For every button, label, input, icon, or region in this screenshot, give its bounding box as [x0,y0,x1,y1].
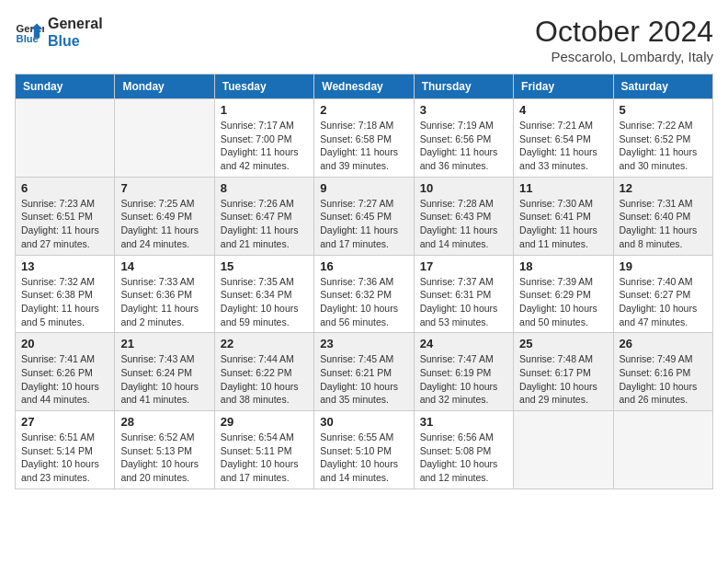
calendar-cell: 3Sunrise: 7:19 AMSunset: 6:56 PMDaylight… [414,99,513,178]
calendar-cell: 5Sunrise: 7:22 AMSunset: 6:52 PMDaylight… [613,99,712,178]
day-number: 7 [120,181,208,195]
day-info: Sunrise: 7:25 AMSunset: 6:49 PMDaylight:… [120,197,208,251]
calendar-cell: 27Sunrise: 6:51 AMSunset: 5:14 PMDayligh… [16,411,115,489]
day-info: Sunrise: 7:39 AMSunset: 6:29 PMDaylight:… [519,275,607,329]
calendar-cell: 1Sunrise: 7:17 AMSunset: 7:00 PMDaylight… [214,99,313,178]
day-info: Sunrise: 6:52 AMSunset: 5:13 PMDaylight:… [120,431,208,485]
logo-general: General [48,15,103,32]
day-info: Sunrise: 7:36 AMSunset: 6:32 PMDaylight:… [320,275,407,329]
logo: General Blue General Blue [15,15,103,50]
calendar-week-row: 27Sunrise: 6:51 AMSunset: 5:14 PMDayligh… [16,411,713,489]
calendar-cell: 17Sunrise: 7:37 AMSunset: 6:31 PMDayligh… [414,255,513,333]
calendar-cell [115,99,214,178]
day-info: Sunrise: 7:37 AMSunset: 6:31 PMDaylight:… [420,275,507,329]
day-number: 16 [320,259,407,273]
calendar-week-row: 1Sunrise: 7:17 AMSunset: 7:00 PMDaylight… [16,99,713,178]
day-info: Sunrise: 7:28 AMSunset: 6:43 PMDaylight:… [420,197,507,251]
calendar-cell: 14Sunrise: 7:33 AMSunset: 6:36 PMDayligh… [115,255,214,333]
day-info: Sunrise: 6:55 AMSunset: 5:10 PMDaylight:… [320,431,407,485]
day-info: Sunrise: 7:44 AMSunset: 6:22 PMDaylight:… [221,352,308,407]
calendar-week-row: 6Sunrise: 7:23 AMSunset: 6:51 PMDaylight… [16,177,713,255]
day-number: 23 [320,337,407,350]
calendar-cell: 6Sunrise: 7:23 AMSunset: 6:51 PMDaylight… [16,177,115,255]
calendar-cell: 15Sunrise: 7:35 AMSunset: 6:34 PMDayligh… [214,255,313,333]
calendar-cell: 28Sunrise: 6:52 AMSunset: 5:13 PMDayligh… [115,411,214,489]
calendar-cell: 21Sunrise: 7:43 AMSunset: 6:24 PMDayligh… [115,333,214,411]
calendar-cell: 18Sunrise: 7:39 AMSunset: 6:29 PMDayligh… [514,255,613,333]
day-number: 17 [420,259,507,273]
day-number: 1 [221,103,308,117]
calendar-cell: 20Sunrise: 7:41 AMSunset: 6:26 PMDayligh… [16,333,115,411]
calendar-week-row: 20Sunrise: 7:41 AMSunset: 6:26 PMDayligh… [16,333,713,411]
calendar-cell: 23Sunrise: 7:45 AMSunset: 6:21 PMDayligh… [314,333,414,411]
calendar-header-thursday: Thursday [414,75,513,99]
day-number: 12 [620,181,707,195]
day-number: 14 [120,259,208,273]
calendar-header-friday: Friday [514,75,613,99]
location-title: Pescarolo, Lombardy, Italy [535,49,713,64]
day-number: 5 [620,103,707,117]
day-info: Sunrise: 7:19 AMSunset: 6:56 PMDaylight:… [420,119,507,173]
day-number: 8 [221,181,308,195]
day-info: Sunrise: 7:31 AMSunset: 6:40 PMDaylight:… [620,197,707,251]
day-info: Sunrise: 6:56 AMSunset: 5:08 PMDaylight:… [420,431,507,485]
calendar-header-sunday: Sunday [16,75,115,99]
logo-blue: Blue [48,32,103,50]
day-info: Sunrise: 7:40 AMSunset: 6:27 PMDaylight:… [620,275,707,329]
day-number: 6 [21,181,108,195]
day-info: Sunrise: 7:30 AMSunset: 6:41 PMDaylight:… [519,197,607,251]
day-number: 19 [620,259,707,273]
day-number: 15 [221,259,308,273]
day-number: 9 [320,181,407,195]
calendar-week-row: 13Sunrise: 7:32 AMSunset: 6:38 PMDayligh… [16,255,713,333]
day-number: 28 [120,415,208,429]
calendar-cell [16,99,115,178]
day-info: Sunrise: 7:35 AMSunset: 6:34 PMDaylight:… [221,275,308,329]
calendar-cell: 11Sunrise: 7:30 AMSunset: 6:41 PMDayligh… [514,177,613,255]
day-info: Sunrise: 7:41 AMSunset: 6:26 PMDaylight:… [21,352,108,407]
header: General Blue General Blue October 2024 P… [15,15,713,64]
calendar-header-monday: Monday [115,75,214,99]
day-number: 20 [21,337,108,350]
calendar-cell: 16Sunrise: 7:36 AMSunset: 6:32 PMDayligh… [314,255,414,333]
title-area: October 2024 Pescarolo, Lombardy, Italy [535,15,713,64]
calendar-cell: 22Sunrise: 7:44 AMSunset: 6:22 PMDayligh… [214,333,313,411]
day-number: 30 [320,415,407,429]
logo-icon: General Blue [15,17,44,47]
calendar-header-row: SundayMondayTuesdayWednesdayThursdayFrid… [16,75,713,99]
day-info: Sunrise: 7:26 AMSunset: 6:47 PMDaylight:… [221,197,308,251]
day-info: Sunrise: 6:54 AMSunset: 5:11 PMDaylight:… [221,431,308,485]
day-info: Sunrise: 7:49 AMSunset: 6:16 PMDaylight:… [620,352,707,407]
day-info: Sunrise: 7:22 AMSunset: 6:52 PMDaylight:… [620,119,707,173]
day-number: 21 [120,337,208,350]
calendar-cell: 19Sunrise: 7:40 AMSunset: 6:27 PMDayligh… [613,255,712,333]
day-number: 11 [519,181,607,195]
day-info: Sunrise: 7:21 AMSunset: 6:54 PMDaylight:… [519,119,607,173]
day-number: 26 [620,337,707,350]
calendar-cell: 2Sunrise: 7:18 AMSunset: 6:58 PMDaylight… [314,99,414,178]
calendar-cell: 29Sunrise: 6:54 AMSunset: 5:11 PMDayligh… [214,411,313,489]
day-info: Sunrise: 7:48 AMSunset: 6:17 PMDaylight:… [519,352,607,407]
month-title: October 2024 [535,15,713,49]
calendar-cell: 7Sunrise: 7:25 AMSunset: 6:49 PMDaylight… [115,177,214,255]
day-info: Sunrise: 7:33 AMSunset: 6:36 PMDaylight:… [120,275,208,329]
day-info: Sunrise: 7:17 AMSunset: 7:00 PMDaylight:… [221,119,308,173]
day-number: 25 [519,337,607,350]
calendar-cell: 30Sunrise: 6:55 AMSunset: 5:10 PMDayligh… [314,411,414,489]
day-number: 3 [420,103,507,117]
calendar-cell: 31Sunrise: 6:56 AMSunset: 5:08 PMDayligh… [414,411,513,489]
calendar-cell: 10Sunrise: 7:28 AMSunset: 6:43 PMDayligh… [414,177,513,255]
day-number: 10 [420,181,507,195]
calendar-cell: 24Sunrise: 7:47 AMSunset: 6:19 PMDayligh… [414,333,513,411]
calendar-cell: 25Sunrise: 7:48 AMSunset: 6:17 PMDayligh… [514,333,613,411]
calendar-cell [514,411,613,489]
day-info: Sunrise: 7:23 AMSunset: 6:51 PMDaylight:… [21,197,108,251]
calendar-header-wednesday: Wednesday [314,75,414,99]
calendar-header-tuesday: Tuesday [214,75,313,99]
day-number: 27 [21,415,108,429]
calendar-cell: 4Sunrise: 7:21 AMSunset: 6:54 PMDaylight… [514,99,613,178]
day-info: Sunrise: 7:32 AMSunset: 6:38 PMDaylight:… [21,275,108,329]
calendar: SundayMondayTuesdayWednesdayThursdayFrid… [15,74,713,489]
day-number: 18 [519,259,607,273]
day-info: Sunrise: 7:43 AMSunset: 6:24 PMDaylight:… [120,352,208,407]
